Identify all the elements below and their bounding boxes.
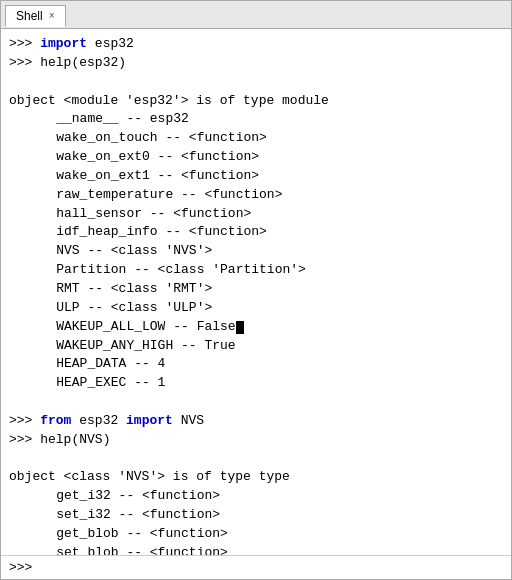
bottom-prompt-bar[interactable]: >>> xyxy=(1,555,511,579)
indent-rawtemp: raw_temperature -- <function> xyxy=(9,186,503,205)
shell-tab[interactable]: Shell × xyxy=(5,5,66,27)
output-nvs: object <class 'NVS'> is of type type xyxy=(9,468,503,487)
indent-woe1: wake_on_ext1 -- <function> xyxy=(9,167,503,186)
indent-partition: Partition -- <class 'Partition'> xyxy=(9,261,503,280)
shell-window: Shell × >>> import esp32 >>> help(esp32)… xyxy=(0,0,512,580)
indent-set-blob: set_blob -- <function> xyxy=(9,544,503,555)
indent-heap-data: HEAP_DATA -- 4 xyxy=(9,355,503,374)
shell-output[interactable]: >>> import esp32 >>> help(esp32) object … xyxy=(1,29,511,555)
tab-label: Shell xyxy=(16,9,43,23)
indent-wot: wake_on_touch -- <function> xyxy=(9,129,503,148)
indent-rmt: RMT -- <class 'RMT'> xyxy=(9,280,503,299)
indent-idf: idf_heap_info -- <function> xyxy=(9,223,503,242)
indent-set-i32: set_i32 -- <function> xyxy=(9,506,503,525)
indent-get-i32: get_i32 -- <function> xyxy=(9,487,503,506)
indent-wakeup-any: WAKEUP_ANY_HIGH -- True xyxy=(9,337,503,356)
line-from: >>> from esp32 import NVS xyxy=(9,412,503,431)
output-module: object <module 'esp32'> is of type modul… xyxy=(9,92,503,111)
prompt-4: >>> xyxy=(9,431,40,450)
prompt-1: >>> xyxy=(9,35,40,54)
tab-close-button[interactable]: × xyxy=(49,10,55,21)
prompt-3: >>> xyxy=(9,412,40,431)
tab-bar: Shell × xyxy=(1,1,511,29)
blank-2 xyxy=(9,393,503,412)
indent-get-blob: get_blob -- <function> xyxy=(9,525,503,544)
line-1: >>> import esp32 xyxy=(9,35,503,54)
indent-woe0: wake_on_ext0 -- <function> xyxy=(9,148,503,167)
indent-name: __name__ -- esp32 xyxy=(9,110,503,129)
indent-hall: hall_sensor -- <function> xyxy=(9,205,503,224)
line-help-nvs: >>> help(NVS) xyxy=(9,431,503,450)
indent-heap-exec: HEAP_EXEC -- 1 xyxy=(9,374,503,393)
line-2: >>> help(esp32) xyxy=(9,54,503,73)
blank-1 xyxy=(9,73,503,92)
blank-3 xyxy=(9,450,503,469)
indent-wakeup-all: WAKEUP_ALL_LOW -- False xyxy=(9,318,503,337)
indent-ulp: ULP -- <class 'ULP'> xyxy=(9,299,503,318)
bottom-prompt-text: >>> xyxy=(9,560,32,575)
prompt-2: >>> xyxy=(9,54,40,73)
indent-nvs: NVS -- <class 'NVS'> xyxy=(9,242,503,261)
text-cursor xyxy=(236,321,244,334)
